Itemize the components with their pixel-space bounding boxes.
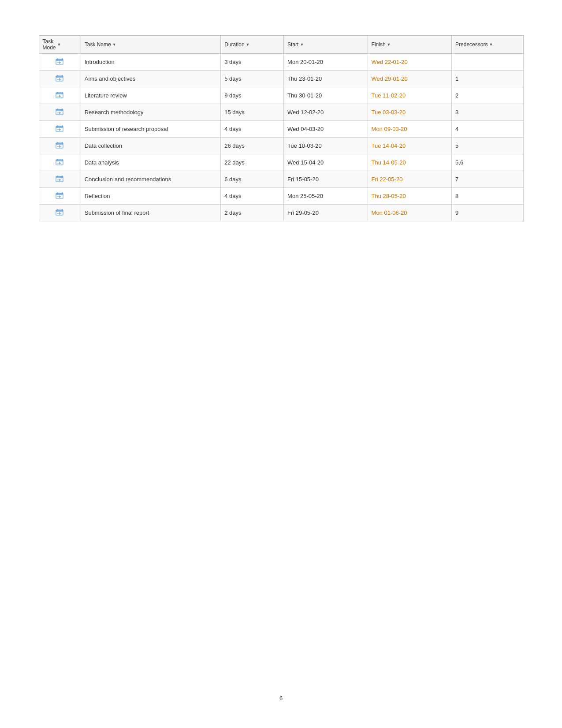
- col-label-duration: Duration: [224, 41, 244, 48]
- task-mode-cell-7: [39, 154, 81, 171]
- task-mode-icon: [55, 57, 65, 65]
- task-name-cell-9: Reflection: [81, 188, 220, 205]
- duration-cell-9: 4 days: [221, 188, 284, 205]
- start-cell-6: Tue 10-03-20: [284, 138, 368, 154]
- predecessors-cell-3: 2: [452, 87, 523, 104]
- duration-cell-4: 15 days: [221, 104, 284, 121]
- col-header-predecessors[interactable]: Predecessors ▼: [452, 36, 523, 54]
- task-name-cell-7: Data analysis: [81, 154, 220, 171]
- finish-cell-10: Mon 01-06-20: [368, 205, 451, 221]
- table-row: Literature review9 daysThu 30-01-20Tue 1…: [39, 87, 523, 104]
- predecessors-cell-5: 4: [452, 121, 523, 138]
- col-header-start[interactable]: Start ▼: [284, 36, 368, 54]
- task-mode-icon: [55, 141, 65, 149]
- task-name-cell-6: Data collection: [81, 138, 220, 154]
- task-mode-cell-2: [39, 71, 81, 87]
- finish-cell-3: Tue 11-02-20: [368, 87, 451, 104]
- start-cell-7: Wed 15-04-20: [284, 154, 368, 171]
- finish-cell-9: Thu 28-05-20: [368, 188, 451, 205]
- task-name-cell-2: Aims and objectives: [81, 71, 220, 87]
- task-mode-cell-4: [39, 104, 81, 121]
- predecessors-cell-4: 3: [452, 104, 523, 121]
- task-mode-cell-9: [39, 188, 81, 205]
- task-name-cell-10: Submission of final report: [81, 205, 220, 221]
- col-header-task-mode[interactable]: TaskMode ▼: [39, 36, 81, 54]
- finish-cell-1: Wed 22-01-20: [368, 54, 451, 71]
- table-row: Conclusion and recommendations6 daysFri …: [39, 171, 523, 188]
- duration-cell-6: 26 days: [221, 138, 284, 154]
- predecessors-cell-10: 9: [452, 205, 523, 221]
- start-cell-8: Fri 15-05-20: [284, 171, 368, 188]
- col-label-task-mode: TaskMode: [43, 38, 56, 51]
- dropdown-arrow-task-name[interactable]: ▼: [112, 42, 116, 47]
- start-cell-2: Thu 23-01-20: [284, 71, 368, 87]
- start-cell-1: Mon 20-01-20: [284, 54, 368, 71]
- start-cell-9: Mon 25-05-20: [284, 188, 368, 205]
- table-wrapper: TaskMode ▼ Task Name ▼ Duration ▼: [39, 35, 524, 221]
- predecessors-cell-6: 5: [452, 138, 523, 154]
- table-row: Reflection4 daysMon 25-05-20Thu 28-05-20…: [39, 188, 523, 205]
- task-name-cell-5: Submission of research proposal: [81, 121, 220, 138]
- task-name-cell-3: Literature review: [81, 87, 220, 104]
- finish-cell-5: Mon 09-03-20: [368, 121, 451, 138]
- dropdown-arrow-duration[interactable]: ▼: [246, 42, 250, 47]
- task-mode-icon: [55, 108, 65, 116]
- task-mode-cell-3: [39, 87, 81, 104]
- task-name-cell-1: Introduction: [81, 54, 220, 71]
- task-mode-cell-10: [39, 205, 81, 221]
- duration-cell-5: 4 days: [221, 121, 284, 138]
- task-mode-icon: [55, 175, 65, 183]
- dropdown-arrow-predecessors[interactable]: ▼: [489, 42, 493, 47]
- table-row: Data analysis22 daysWed 15-04-20Thu 14-0…: [39, 154, 523, 171]
- duration-cell-1: 3 days: [221, 54, 284, 71]
- page-number: 6: [279, 677, 283, 702]
- table-row: Introduction3 daysMon 20-01-20Wed 22-01-…: [39, 54, 523, 71]
- col-label-start: Start: [287, 41, 298, 48]
- table-row: Submission of research proposal4 daysWed…: [39, 121, 523, 138]
- predecessors-cell-2: 1: [452, 71, 523, 87]
- table-row: Data collection26 daysTue 10-03-20Tue 14…: [39, 138, 523, 154]
- col-label-task-name: Task Name: [85, 41, 111, 48]
- predecessors-cell-1: [452, 54, 523, 71]
- duration-cell-3: 9 days: [221, 87, 284, 104]
- start-cell-10: Fri 29-05-20: [284, 205, 368, 221]
- duration-cell-7: 22 days: [221, 154, 284, 171]
- finish-cell-4: Tue 03-03-20: [368, 104, 451, 121]
- predecessors-cell-8: 7: [452, 171, 523, 188]
- col-header-finish[interactable]: Finish ▼: [368, 36, 451, 54]
- task-mode-cell-6: [39, 138, 81, 154]
- start-cell-3: Thu 30-01-20: [284, 87, 368, 104]
- finish-cell-8: Fri 22-05-20: [368, 171, 451, 188]
- dropdown-arrow-start[interactable]: ▼: [300, 42, 304, 47]
- task-mode-icon: [55, 91, 65, 99]
- task-mode-icon: [55, 74, 65, 82]
- task-mode-cell-8: [39, 171, 81, 188]
- col-label-finish: Finish: [372, 41, 386, 48]
- col-label-predecessors: Predecessors: [455, 41, 488, 48]
- predecessors-cell-9: 8: [452, 188, 523, 205]
- task-name-cell-8: Conclusion and recommendations: [81, 171, 220, 188]
- task-mode-icon: [55, 191, 65, 199]
- gantt-table: TaskMode ▼ Task Name ▼ Duration ▼: [39, 35, 524, 221]
- task-mode-cell-1: [39, 54, 81, 71]
- table-row: Research methodology15 daysWed 12-02-20T…: [39, 104, 523, 121]
- duration-cell-8: 6 days: [221, 171, 284, 188]
- col-header-duration[interactable]: Duration ▼: [221, 36, 284, 54]
- table-header-row: TaskMode ▼ Task Name ▼ Duration ▼: [39, 36, 523, 54]
- task-mode-icon: [55, 208, 65, 216]
- task-mode-icon: [55, 158, 65, 166]
- dropdown-arrow-task-mode[interactable]: ▼: [57, 42, 61, 47]
- dropdown-arrow-finish[interactable]: ▼: [387, 42, 391, 47]
- predecessors-cell-7: 5,6: [452, 154, 523, 171]
- table-row: Submission of final report2 daysFri 29-0…: [39, 205, 523, 221]
- finish-cell-6: Tue 14-04-20: [368, 138, 451, 154]
- task-mode-cell-5: [39, 121, 81, 138]
- col-header-task-name[interactable]: Task Name ▼: [81, 36, 220, 54]
- start-cell-4: Wed 12-02-20: [284, 104, 368, 121]
- duration-cell-2: 5 days: [221, 71, 284, 87]
- finish-cell-7: Thu 14-05-20: [368, 154, 451, 171]
- task-name-cell-4: Research methodology: [81, 104, 220, 121]
- task-mode-icon: [55, 124, 65, 132]
- duration-cell-10: 2 days: [221, 205, 284, 221]
- start-cell-5: Wed 04-03-20: [284, 121, 368, 138]
